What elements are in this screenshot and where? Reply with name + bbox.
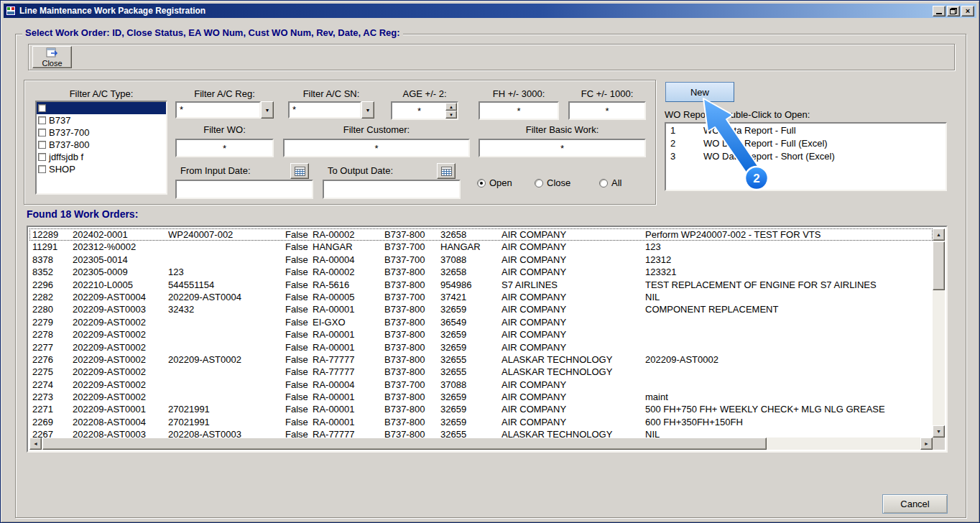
cell-ac-sn: 32659 (440, 328, 501, 341)
cell-description (645, 366, 933, 378)
filter-basic-work-input[interactable] (479, 139, 646, 157)
filter-wo-input[interactable] (175, 139, 274, 157)
checkbox-icon[interactable] (38, 153, 46, 161)
titlebar[interactable]: Line Maintenance Work Package Registrati… (4, 4, 976, 18)
from-input-date-field[interactable] (175, 180, 313, 199)
spin-up-icon[interactable]: ▲ (445, 103, 457, 111)
table-row[interactable]: 2267 202208-AST0003 202208-AST0003 False… (29, 428, 933, 438)
table-row[interactable]: 2276 202209-AST0002 202209-AST0002 False… (29, 353, 933, 366)
close-tool-button[interactable]: Close (32, 46, 72, 68)
scroll-down-icon[interactable]: ▼ (933, 425, 945, 438)
chevron-down-icon[interactable]: ▼ (261, 101, 274, 119)
ac-type-item[interactable] (37, 102, 166, 114)
ac-type-item[interactable]: B737-700 (37, 126, 166, 139)
cell-customer: AIR COMPANY (501, 303, 645, 315)
horizontal-scrollbar[interactable]: ◄ ► (29, 438, 933, 450)
spin-down-icon[interactable]: ▼ (445, 111, 457, 119)
report-item[interactable]: 3 WO Data Report - Short (Excel) (666, 149, 946, 162)
radio-open-label: Open (489, 177, 512, 188)
filter-customer-input[interactable] (283, 139, 470, 157)
checkbox-icon[interactable] (38, 104, 46, 112)
table-row[interactable]: 2271 202209-AST0001 27021991 False RA-00… (29, 403, 933, 415)
scroll-left-icon[interactable]: ◄ (29, 438, 42, 450)
table-row[interactable]: 2269 202208-AST0004 27021991 False RA-00… (29, 416, 933, 428)
report-item[interactable]: 1 WO Data Report - Full (666, 124, 946, 136)
scrollbar-corner (933, 438, 945, 450)
cell-id: 2274 (32, 379, 73, 391)
table-row[interactable]: 2280 202209-AST0003 32432 False RA-00001… (29, 303, 933, 315)
cell-ac-type: B737-800 (384, 228, 440, 241)
window-title: Line Maintenance Work Package Registrati… (19, 6, 933, 16)
radio-all[interactable]: All (599, 177, 621, 188)
radio-close[interactable]: Close (535, 177, 570, 188)
fc-input[interactable] (568, 101, 646, 120)
report-item[interactable]: 2 WO Data Report - Full (Excel) (666, 136, 946, 149)
cell-ac-sn: 32655 (440, 428, 501, 438)
scroll-right-icon[interactable]: ► (920, 438, 933, 450)
chevron-down-icon[interactable]: ▼ (361, 101, 374, 119)
checkbox-icon[interactable] (38, 141, 46, 149)
cell-description: 202209-AST0002 (645, 353, 933, 366)
cancel-button[interactable]: Cancel (882, 494, 948, 514)
cell-ac-reg: RA-77777 (313, 366, 384, 378)
radio-all-icon[interactable] (599, 179, 608, 188)
radio-open[interactable]: Open (477, 177, 512, 188)
horizontal-scroll-thumb[interactable] (42, 438, 767, 450)
vertical-scrollbar[interactable]: ▲ ▼ (933, 228, 945, 438)
to-date-calendar-button[interactable] (437, 163, 456, 179)
checkbox-icon[interactable] (38, 116, 46, 124)
cell-wo-num: 202209-AST0002 (73, 366, 168, 378)
from-date-calendar-button[interactable] (290, 163, 309, 179)
checkbox-icon[interactable] (38, 165, 46, 173)
restore-button[interactable] (947, 6, 960, 17)
ac-type-item[interactable]: jdffsjdb f (37, 151, 166, 163)
ac-type-listbox[interactable]: B737 B737-700 B737-800 jdffsjdb f SHOP (35, 101, 167, 195)
fh-input[interactable] (479, 101, 559, 120)
cell-description: maint (645, 391, 933, 403)
ac-reg-combobox[interactable]: * ▼ (175, 101, 274, 119)
ac-type-item-label: B737-800 (49, 139, 89, 150)
cell-wo-num: 202208-AST0004 (73, 416, 168, 428)
work-order-table: 12289 202402-0001 WP240007-002 False RA-… (27, 226, 948, 453)
vertical-scroll-thumb[interactable] (933, 241, 945, 290)
table-row[interactable]: 2275 202209-AST0002 False RA-77777 B737-… (29, 366, 933, 378)
table-row[interactable]: 2278 202209-AST0002 False RA-00001 B737-… (29, 328, 933, 341)
scroll-up-icon[interactable]: ▲ (933, 228, 945, 241)
ac-type-item[interactable]: B737 (37, 114, 166, 126)
cell-customer: AIR COMPANY (501, 241, 645, 253)
cell-ac-type: B737-700 (384, 241, 440, 253)
minimize-button[interactable] (933, 6, 946, 17)
table-row[interactable]: 2277 202209-AST0002 False RA-00001 B737-… (29, 341, 933, 353)
ac-type-item[interactable]: SHOP (37, 163, 166, 175)
cell-close-status: False (285, 366, 313, 378)
cell-wo-num: 202208-AST0003 (73, 428, 168, 438)
cell-id: 2282 (32, 291, 73, 303)
cell-wo-num: 202209-AST0002 (73, 391, 168, 403)
ac-type-item[interactable]: B737-800 (37, 139, 166, 151)
ac-sn-combobox[interactable]: * ▼ (288, 101, 374, 119)
table-row[interactable]: 12289 202402-0001 WP240007-002 False RA-… (29, 228, 933, 241)
new-button[interactable]: New (665, 82, 734, 102)
radio-close-icon[interactable] (535, 179, 543, 188)
table-row[interactable]: 2273 202209-AST0002 False RA-00001 B737-… (29, 391, 933, 403)
table-row[interactable]: 2274 202209-AST0002 False RA-00004 B737-… (29, 379, 933, 391)
table-row[interactable]: 8352 202305-0009 123 False RA-00002 B737… (29, 266, 933, 278)
table-row[interactable]: 2279 202209-AST0002 False EI-GXO B737-80… (29, 316, 933, 328)
work-order-rows[interactable]: 12289 202402-0001 WP240007-002 False RA-… (29, 228, 933, 438)
cell-customer: AIR COMPANY (501, 254, 645, 266)
report-number: 3 (666, 151, 703, 162)
checkbox-icon[interactable] (38, 129, 46, 136)
cell-ac-type: B737-800 (384, 403, 440, 415)
table-row[interactable]: 8378 202305-0014 False RA-00004 B737-700… (29, 254, 933, 266)
close-window-button[interactable]: × (961, 6, 974, 17)
radio-open-icon[interactable] (477, 179, 486, 188)
table-row[interactable]: 11291 202312-%0002 False HANGAR B737-700… (29, 241, 933, 253)
cell-ac-type: B737-800 (384, 391, 440, 403)
wo-reports-list[interactable]: 1 WO Data Report - Full 2 WO Data Report… (665, 122, 947, 191)
cell-wo-num: 202209-AST0004 (73, 291, 168, 303)
cell-ac-reg: EI-GXO (313, 316, 384, 328)
table-row[interactable]: 2296 202210-L0005 544551154 False RA-561… (29, 279, 933, 291)
to-output-date-field[interactable] (323, 180, 461, 199)
table-row[interactable]: 2282 202209-AST0004 202209-AST0004 False… (29, 291, 933, 303)
cell-customer: AIR COMPANY (501, 379, 645, 391)
